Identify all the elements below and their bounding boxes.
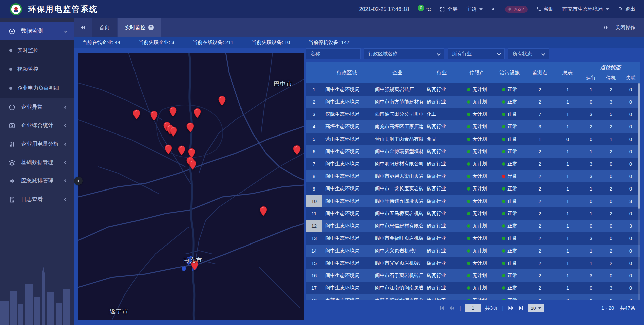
cell-industry: 砖瓦行业 (423, 232, 460, 245)
sidebar-item-power-usage-analysis[interactable]: 企业用电量分析 (0, 135, 74, 153)
map-panel[interactable]: 巴中市南充市遂宁市 (78, 53, 304, 320)
table-row[interactable]: 1阆中生态环境局阆中强锐页岩砖厂砖瓦行业无计划正常21120 (306, 83, 640, 96)
user-menu[interactable]: 南充市生态环境局 (562, 6, 609, 12)
table-header: 行政区域企业行业停限产治污设施监测点总表点位状态运行停机失联 (306, 62, 640, 83)
row-number-cell: 5 (306, 133, 322, 145)
cell-total-meters: 1 (554, 158, 581, 170)
sidebar-subitem-video-monitor[interactable]: 视频监控 (0, 60, 74, 78)
page-size-select[interactable]: 20 (528, 304, 544, 312)
table-row[interactable]: 10阆中生态环境局阆中千佛镇五郎垭页岩砖瓦行业无计划正常21003 (306, 195, 640, 207)
row-number-cell: 12 (306, 220, 322, 232)
map-pin[interactable] (178, 145, 186, 156)
map-pin[interactable] (293, 145, 301, 155)
next-page-button[interactable] (508, 305, 514, 311)
cell-industry: 砖瓦行业 (423, 158, 460, 170)
sidebar-item-emergency-reduction[interactable]: 应急减排管理 (0, 172, 74, 190)
cell-lost: 0 (621, 170, 640, 182)
theme-dropdown[interactable]: 主题 (466, 6, 483, 12)
alert-icon (9, 104, 17, 111)
sidebar-item-log-view[interactable]: 日志查看 (0, 190, 74, 209)
fullscreen-button[interactable]: 全屏 (440, 6, 458, 12)
tab-realtime-monitor[interactable]: 实时监控✕ (118, 18, 161, 37)
status-select[interactable]: 所有状态 (508, 48, 549, 59)
skip-to-start-icon (439, 305, 445, 311)
table-row[interactable]: 16阆中生态环境局阆中市石子页岩机砖厂砖瓦行业无计划正常21300 (306, 269, 640, 282)
tabs-scroll-right-button[interactable] (603, 25, 608, 30)
map-pin[interactable] (169, 107, 177, 117)
stats-icon (9, 122, 17, 129)
table-row[interactable]: 4高坪生态环境局南充市高坪区王家店建砖瓦行业无计划正常31220 (306, 120, 640, 133)
table-row[interactable]: 11阆中生态环境局阆中市五马桥页岩机砖砖瓦行业无计划正常21120 (306, 207, 640, 220)
last-page-button[interactable] (518, 305, 524, 311)
table-row[interactable]: 7阆中生态环境局阆中明阳建材有限公司砖瓦行业无计划正常21300 (306, 158, 640, 170)
cell-limit-production: 无计划 (460, 220, 494, 232)
industry-select[interactable]: 所有行业 (448, 48, 505, 59)
table-row[interactable]: 17阆中生态环境局阆中市江南镇阆南页岩砖瓦行业无计划正常21030 (306, 282, 640, 294)
table-row[interactable]: 18南部生态环境局南部县砿华水泥有限公建材加工无计划正常60060 (306, 294, 640, 300)
map-pin[interactable] (189, 160, 197, 170)
map-pin[interactable] (259, 206, 267, 216)
sidebar-item-enterprise-statistics[interactable]: 企业综合统计 (0, 116, 74, 135)
cell-monitor-points: 2 (526, 182, 554, 195)
close-actions-button[interactable]: 关闭操作 (615, 24, 635, 31)
map-pin[interactable] (193, 108, 201, 118)
sidebar-menu: 数据监测实时监控视频监控企业电力负荷明细企业异常企业综合统计企业用电量分析基础数… (0, 18, 74, 209)
table-row[interactable]: 9阆中生态环境局阆中市二龙长宝页岩砖砖瓦行业无计划正常21120 (306, 182, 640, 195)
pollution-facility-value: 正常 (507, 260, 517, 266)
table-row[interactable]: 8阆中生态环境局阆中市枣碧大梁山页岩砖瓦行业无计划异常21300 (306, 170, 640, 182)
caret-down-icon (606, 8, 609, 10)
page-number-input[interactable]: 1 (465, 304, 481, 312)
name-search-input[interactable] (306, 48, 361, 59)
logout-label: 退出 (625, 6, 635, 12)
cell-limit-production: 无计划 (460, 120, 494, 133)
map-pin[interactable] (164, 144, 172, 155)
mute-button[interactable] (491, 7, 496, 12)
table-row[interactable]: 12阆中生态环境局阆中市忠信建材有限公砖瓦行业无计划正常21003 (306, 220, 640, 232)
exit-icon (618, 7, 623, 12)
sidebar-subitem-realtime-monitor[interactable]: 实时监控 (0, 41, 74, 60)
cell-running: 1 (581, 245, 601, 257)
sidebar-subitem-power-load-detail[interactable]: 企业电力负荷明细 (0, 78, 74, 97)
table-row[interactable]: 3仪陇生态环境局西南油气田分公司川中化工无计划正常71350 (306, 108, 640, 120)
table-row[interactable]: 6阆中生态环境局阆中市金博瑞新型墙材砖瓦行业无计划正常21120 (306, 145, 640, 158)
pollution-facility-value: 正常 (507, 198, 517, 204)
prev-page-button[interactable] (449, 305, 455, 311)
tabs-scroll-left-button[interactable] (74, 18, 92, 37)
sidebar-item-enterprise-abnormal[interactable]: 企业异常 (0, 98, 74, 116)
status-dot-green (467, 125, 470, 128)
datetime-display: 2021-02-25 17:46:18 (359, 6, 409, 12)
sidebar-item-data-monitor[interactable]: 数据监测 (0, 22, 74, 40)
first-page-button[interactable] (439, 305, 445, 311)
notification-badge[interactable]: 2632 (505, 6, 528, 13)
sidebar-item-label: 数据监测 (21, 28, 43, 35)
map-pin[interactable] (132, 109, 141, 120)
logout-button[interactable]: 退出 (618, 6, 635, 12)
cell-limit-production: 无计划 (460, 133, 494, 145)
map-pin[interactable] (186, 122, 194, 133)
pollution-facility-value: 正常 (507, 111, 517, 117)
cell-pollution-facility: 正常 (494, 96, 526, 108)
region-select[interactable]: 行政区域名称 (364, 48, 444, 59)
table-scrollbar[interactable] (638, 83, 640, 300)
tab-home[interactable]: 首页 (92, 18, 117, 37)
cell-monitor-points: 2 (526, 207, 554, 220)
help-button[interactable]: 帮助 (536, 6, 554, 12)
map-pin[interactable] (218, 96, 226, 106)
app-title: 环保用电监管系统 (28, 4, 98, 14)
map-pin[interactable] (150, 111, 158, 121)
tab-close-icon[interactable]: ✕ (148, 25, 154, 30)
table-row[interactable]: 14阆中生态环境局阆中大兴页岩机砖厂砖瓦行业无计划正常21120 (306, 245, 640, 257)
map-pin[interactable] (169, 126, 177, 137)
sidebar-item-base-data-management[interactable]: 基础数据管理 (0, 153, 74, 172)
sidebar-subitem-label: 企业电力负荷明细 (17, 85, 59, 92)
table-row[interactable]: 2阆中生态环境局阆中市南方节能建材有砖瓦行业无计划正常21030 (306, 96, 640, 108)
map-canvas[interactable]: 巴中市南充市遂宁市 (78, 53, 304, 320)
table-scrollbar-thumb[interactable] (638, 83, 640, 209)
table-row[interactable]: 15阆中生态环境局阆中市光富页岩机砖厂砖瓦行业无计划正常21120 (306, 257, 640, 269)
map-collapse-button[interactable] (74, 177, 83, 185)
table-row[interactable]: 5营山生态环境局营山县润丰肉食品有限食品无计划正常10010 (306, 133, 640, 145)
status-dot-green (502, 162, 505, 166)
table-row[interactable]: 13阆中生态环境局阆中市金福旺页岩机砖砖瓦行业无计划正常21300 (306, 232, 640, 245)
cell-limit-production: 无计划 (460, 232, 494, 245)
cell-monitor-points: 3 (526, 120, 554, 133)
